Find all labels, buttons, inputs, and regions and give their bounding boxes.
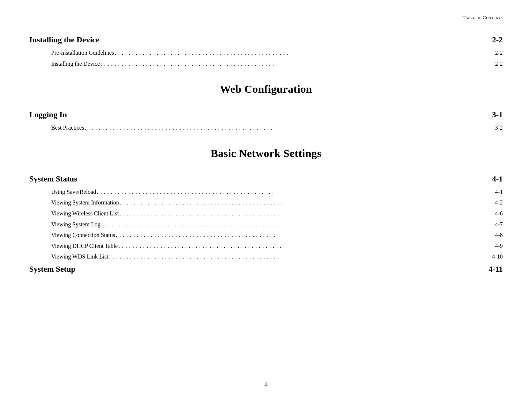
toc-entry: Best Practices. . . . . . . . . . . . . …: [29, 123, 503, 133]
toc-entry-page: 4-10: [492, 252, 503, 261]
toc-entry: Pre-Installation Guidelines. . . . . . .…: [29, 48, 503, 58]
chapter-page-number: 4-11: [489, 264, 503, 274]
toc-entry: Installing the Device. . . . . . . . . .…: [29, 59, 503, 69]
footer-page-number: II: [264, 381, 267, 387]
toc-entry: Viewing Connection Status. . . . . . . .…: [29, 230, 503, 240]
toc-entry-text: Installing the Device: [51, 59, 100, 69]
toc-entry-page: 4-6: [495, 209, 503, 218]
toc-entry-text: Viewing System Log: [51, 220, 100, 229]
toc-entry-text: Best Practices: [51, 123, 84, 133]
toc-entry-text: Viewing Connection Status: [51, 230, 115, 240]
toc-entry-dots: . . . . . . . . . . . . . . . . . . . . …: [120, 198, 494, 207]
toc-entry-dots: . . . . . . . . . . . . . . . . . . . . …: [116, 230, 494, 240]
toc-entry: Viewing System Log. . . . . . . . . . . …: [29, 220, 503, 229]
chapter-title-text: Logging In: [29, 110, 67, 119]
toc-entry-text: Viewing System Information: [51, 198, 119, 207]
toc-entry-page: 4-2: [495, 198, 503, 207]
toc-entry-dots: . . . . . . . . . . . . . . . . . . . . …: [119, 209, 494, 218]
chapter-title: Installing the Device2-2: [29, 35, 503, 45]
toc-entry-dots: . . . . . . . . . . . . . . . . . . . . …: [101, 220, 494, 229]
toc-entry: Using Save/Reload. . . . . . . . . . . .…: [29, 187, 503, 197]
toc-entry-page: 4-7: [495, 220, 503, 229]
section-divider-web-configuration: Web Configuration: [29, 83, 503, 95]
chapter-title: System Setup4-11: [29, 264, 503, 274]
toc-entry: Viewing Wireless Client List. . . . . . …: [29, 209, 503, 218]
chapter-installing-the-device: Installing the Device2-2Pre-Installation…: [29, 35, 503, 68]
chapter-title: Logging In3-1: [29, 110, 503, 119]
toc-entry-dots: . . . . . . . . . . . . . . . . . . . . …: [118, 241, 494, 251]
toc-entry-dots: . . . . . . . . . . . . . . . . . . . . …: [85, 123, 494, 133]
toc-entry-dots: . . . . . . . . . . . . . . . . . . . . …: [97, 187, 494, 197]
chapter-logging-in: Logging In3-1Best Practices. . . . . . .…: [29, 110, 503, 133]
chapter-title-text: System Setup: [29, 264, 76, 274]
toc-entry-dots: . . . . . . . . . . . . . . . . . . . . …: [115, 48, 494, 58]
chapter-system-setup: System Setup4-11: [29, 264, 503, 274]
toc-entry-page: 4-1: [495, 187, 503, 197]
chapter-system-status: System Status4-1Using Save/Reload. . . .…: [29, 174, 503, 261]
toc-entry-page: 3-2: [495, 123, 503, 133]
chapter-title: System Status4-1: [29, 174, 503, 184]
toc-entry-dots: . . . . . . . . . . . . . . . . . . . . …: [100, 59, 494, 69]
toc-container: Installing the Device2-2Pre-Installation…: [29, 35, 503, 274]
toc-entry: Viewing WDS Link List. . . . . . . . . .…: [29, 252, 503, 261]
toc-entry-page: 2-2: [495, 59, 503, 69]
toc-entry-text: Pre-Installation Guidelines: [51, 48, 114, 58]
chapter-page-number: 4-1: [492, 174, 503, 184]
toc-entry-text: Using Save/Reload: [51, 187, 96, 197]
toc-entry: Viewing DHCP Client Table. . . . . . . .…: [29, 241, 503, 251]
chapter-title-text: Installing the Device: [29, 35, 99, 45]
toc-entry-text: Viewing Wireless Client List: [51, 209, 119, 218]
chapter-page-number: 2-2: [492, 35, 503, 45]
toc-entry-text: Viewing WDS Link List: [51, 252, 109, 261]
page-header: Table of Contents: [29, 15, 503, 20]
chapter-page-number: 3-1: [492, 110, 503, 119]
chapter-title-text: System Status: [29, 174, 77, 184]
section-divider-basic-network-settings: Basic Network Settings: [29, 147, 503, 160]
toc-entry-page: 4-9: [495, 241, 503, 251]
toc-entry-page: 2-2: [495, 48, 503, 58]
page-footer: II: [0, 381, 532, 387]
header-label: Table of Contents: [463, 15, 503, 20]
toc-entry: Viewing System Information. . . . . . . …: [29, 198, 503, 207]
toc-entry-text: Viewing DHCP Client Table: [51, 241, 118, 251]
toc-entry-dots: . . . . . . . . . . . . . . . . . . . . …: [109, 252, 491, 261]
toc-entry-page: 4-8: [495, 230, 503, 240]
